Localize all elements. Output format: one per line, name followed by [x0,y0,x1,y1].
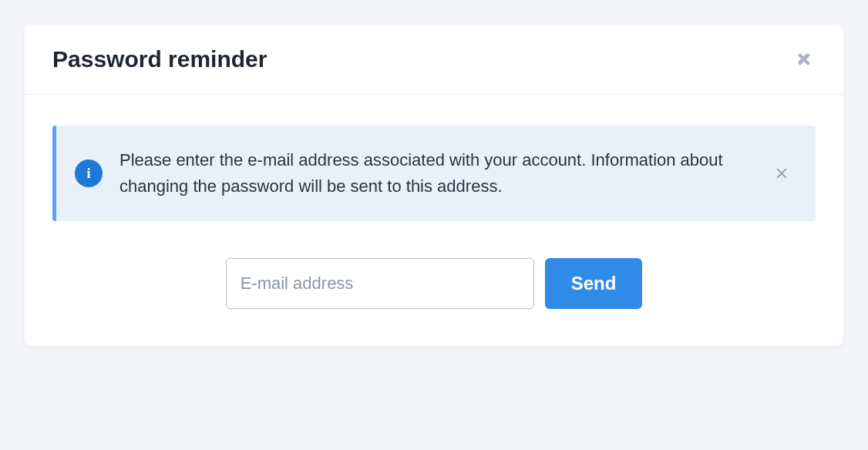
info-alert: i Please enter the e-mail address associ… [52,126,816,221]
send-button[interactable]: Send [545,258,643,309]
password-reminder-modal: Password reminder i Please enter the e-m… [25,25,843,346]
form-row: Send [52,258,816,309]
modal-close-button[interactable] [792,48,816,71]
modal-body: i Please enter the e-mail address associ… [25,95,843,346]
close-icon [796,51,812,68]
alert-dismiss-button[interactable] [769,161,794,186]
modal-title: Password reminder [52,46,267,72]
email-input[interactable] [226,258,534,309]
close-icon [774,166,789,181]
info-icon: i [75,160,103,187]
alert-message: Please enter the e-mail address associat… [119,147,752,200]
modal-header: Password reminder [25,25,843,95]
